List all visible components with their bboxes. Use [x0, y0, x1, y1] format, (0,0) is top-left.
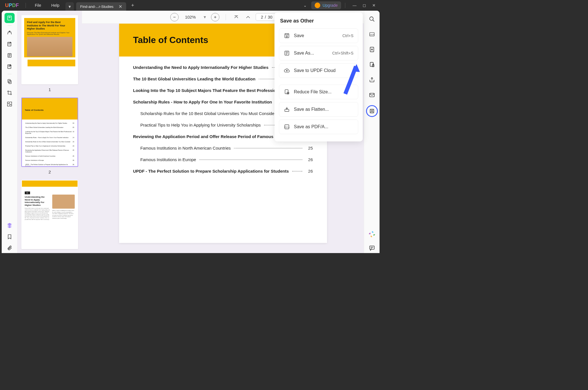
comment-panel-button[interactable]: [367, 243, 377, 253]
titlebar: UPDF File Help ▾ Find-and-...r-Studies ✕…: [0, 0, 381, 11]
first-page-button[interactable]: [232, 13, 240, 21]
page-input[interactable]: 2 / 30: [256, 13, 276, 21]
svg-rect-19: [369, 246, 374, 249]
pdfa-icon: PDF/A: [284, 124, 290, 130]
redact-button[interactable]: [4, 99, 15, 109]
thumbnail-page-2[interactable]: Table of Contents Understanding the Need…: [21, 98, 78, 174]
fill-sign-button[interactable]: [4, 62, 15, 72]
toc-entry[interactable]: UPDF - The Perfect Solution to Prepare S…: [133, 169, 313, 173]
app-logo: UPDF: [2, 3, 22, 8]
panel-item-pdfa[interactable]: PDF/ASave as PDF/A...: [279, 120, 358, 134]
saveas-icon: [284, 50, 290, 56]
upgrade-button[interactable]: Upgrade: [311, 1, 341, 9]
svg-rect-5: [9, 81, 11, 84]
svg-point-21: [286, 36, 288, 37]
thumbnail-panel: Find and Apply For the Best Institutes I…: [17, 11, 82, 253]
thumbnails-button[interactable]: [4, 220, 15, 231]
ocr-button[interactable]: OCR: [367, 29, 377, 39]
tab-close-icon[interactable]: ✕: [119, 4, 122, 9]
svg-rect-7: [10, 104, 12, 106]
panel-item-reduce[interactable]: Reduce File Size...: [279, 85, 358, 99]
panel-title: Save as Other: [279, 18, 358, 24]
window-minimize-icon[interactable]: —: [353, 3, 357, 8]
prev-page-button[interactable]: [244, 13, 252, 21]
thumbnail-page-1[interactable]: Find and Apply For the Best Institutes I…: [21, 15, 78, 92]
organize-pages-button[interactable]: [4, 50, 15, 60]
edit-pdf-button[interactable]: [4, 39, 15, 49]
flatten-icon: [284, 106, 290, 112]
panel-item-save[interactable]: SaveCtrl+S: [279, 28, 358, 43]
reduce-icon: [284, 89, 290, 95]
save-as-other-panel: Save as Other SaveCtrl+SSave As...Ctrl+S…: [274, 12, 363, 141]
zoom-in-button[interactable]: [211, 13, 219, 21]
reader-mode-button[interactable]: [4, 13, 15, 23]
save-icon: [284, 33, 290, 39]
right-sidebar: OCR: [364, 11, 380, 253]
zoom-out-button[interactable]: [170, 13, 179, 21]
tools-button[interactable]: [4, 76, 15, 87]
zoom-dropdown-icon[interactable]: ▾: [202, 14, 208, 20]
window-close-icon[interactable]: ✕: [372, 3, 376, 8]
convert-button[interactable]: [367, 44, 377, 55]
svg-text:OCR: OCR: [369, 33, 374, 36]
tab-add-button[interactable]: +: [127, 3, 138, 8]
menu-file[interactable]: File: [30, 3, 46, 8]
svg-text:PDF/A: PDF/A: [284, 126, 290, 128]
comment-button[interactable]: [4, 28, 15, 38]
zoom-level: 102%: [182, 15, 198, 19]
svg-rect-6: [7, 102, 9, 104]
bookmarks-button[interactable]: [4, 232, 15, 242]
panel-item-cloud[interactable]: Save to UPDF Cloud: [279, 63, 358, 78]
search-button[interactable]: [367, 14, 377, 24]
tabs-dropdown-icon[interactable]: ⌄: [299, 3, 311, 8]
cloud-icon: [284, 67, 290, 74]
window-maximize-icon[interactable]: ◻: [363, 3, 366, 8]
toc-entry[interactable]: Famous Institutions in North American Co…: [133, 146, 313, 150]
save-as-other-button[interactable]: [366, 105, 378, 117]
svg-rect-25: [285, 109, 289, 111]
tab-home[interactable]: ▾: [65, 2, 74, 11]
share-button[interactable]: [367, 75, 377, 85]
svg-point-11: [369, 17, 373, 21]
tab-document[interactable]: Find-and-...r-Studies ✕: [76, 2, 126, 11]
menu-help[interactable]: Help: [46, 3, 65, 8]
protect-button[interactable]: [367, 60, 377, 70]
attachments-button[interactable]: [4, 243, 15, 253]
panel-item-flatten[interactable]: Save as Flatten...: [279, 102, 358, 117]
left-sidebar: [2, 11, 17, 253]
thumbnail-page-3[interactable]: 01 Understanding the Need to Apply Inter…: [21, 180, 78, 249]
panel-item-saveas[interactable]: Save As...Ctrl+Shift+S: [279, 46, 358, 60]
updf-ai-button[interactable]: [368, 231, 376, 238]
crop-button[interactable]: [4, 88, 15, 98]
user-avatar: [315, 3, 320, 8]
tab-title: Find-and-...r-Studies: [80, 4, 113, 9]
email-button[interactable]: [367, 90, 377, 100]
toc-entry[interactable]: Famous Institutions in Europe26: [133, 157, 313, 162]
